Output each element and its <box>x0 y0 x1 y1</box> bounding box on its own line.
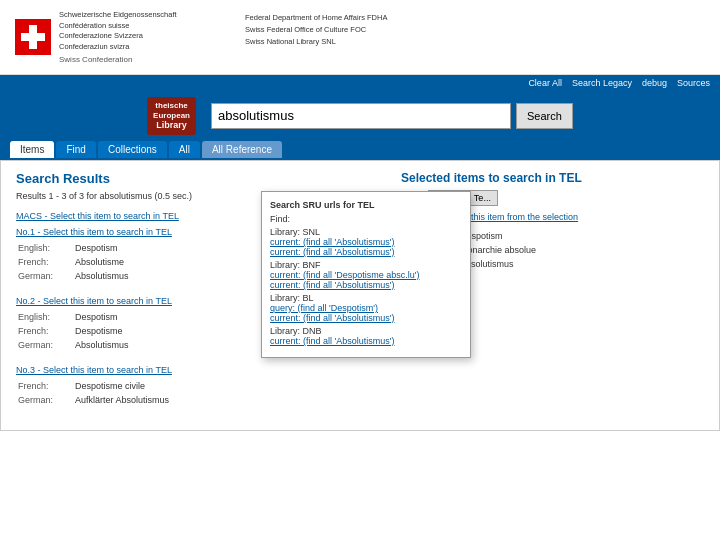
search-results-title: Search Results <box>16 171 386 186</box>
result-item-3: No.3 - Select this item to search in TEL… <box>16 365 386 408</box>
popup-dnb-link1[interactable]: current: (find all 'Absolutismus') <box>270 336 394 346</box>
clear-all-link[interactable]: Clear All <box>528 78 562 88</box>
label-french: French: <box>18 256 73 268</box>
tab-items[interactable]: Items <box>10 141 54 158</box>
value-french: Absolutisme <box>75 256 133 268</box>
label-french: French: <box>18 380 73 392</box>
swiss-cross-icon <box>15 19 51 55</box>
tab-all[interactable]: All <box>169 141 200 158</box>
value-german: Absolutismus <box>75 270 133 282</box>
table-row: English: Despotism <box>18 242 133 254</box>
top-header: Schweizerische Eidgenossenschaft Confédé… <box>0 0 720 75</box>
popup-lib-dnb: Library: DNB current: (find all 'Absolut… <box>270 326 462 346</box>
popup-lib-snl: Library: SNL current: (find all 'Absolut… <box>270 227 462 257</box>
table-row: English: Despotism <box>18 311 133 323</box>
result-3-table: French: Despotisme civile German: Aufklä… <box>16 378 175 408</box>
popup-snl-link1[interactable]: current: (find all 'Absolutismus') <box>270 237 394 247</box>
search-legacy-link[interactable]: Search Legacy <box>572 78 632 88</box>
value-english: Despotism <box>460 230 540 242</box>
tab-all-reference[interactable]: All Reference <box>202 141 282 158</box>
popup-lib-bl: Library: BL query: (find all 'Despotism'… <box>270 293 462 323</box>
result-1-table: English: Despotism French: Absolutisme G… <box>16 240 135 284</box>
popup-bnf-link2[interactable]: current: (find all 'Absolutismus') <box>270 280 394 290</box>
debug-link[interactable]: debug <box>642 78 667 88</box>
tel-nav: Clear All Search Legacy debug Sources <box>0 75 720 91</box>
value-french: Monarchie absolue <box>460 244 540 256</box>
content-wrapper: Search Results Results 1 - 3 of 3 for ab… <box>0 160 720 431</box>
label-german: German: <box>18 394 73 406</box>
table-row: French: Despotisme <box>18 325 133 337</box>
search-bar: theische European Library Search <box>0 91 720 141</box>
popup-title: Search SRU urls for TEL <box>270 200 462 210</box>
value-german: Aufklärter Absolutismus <box>75 394 173 406</box>
sru-popup: Search SRU urls for TEL Find: Library: S… <box>261 191 471 358</box>
confederation-text: Schweizerische Eidgenossenschaft Confédé… <box>59 10 177 52</box>
popup-bl-link2[interactable]: current: (find all 'Absolutismus') <box>270 313 394 323</box>
search-input[interactable] <box>211 103 511 129</box>
gov-info: Federal Department of Home Affairs FDHA … <box>245 10 387 48</box>
label-german: German: <box>18 339 73 351</box>
label-english: English: <box>18 311 73 323</box>
value-german: Absolutismus <box>460 258 540 270</box>
result-3-link[interactable]: No.3 - Select this item to search in TEL <box>16 365 386 375</box>
label-english: English: <box>18 242 73 254</box>
sources-link[interactable]: Sources <box>677 78 710 88</box>
table-row: German: Aufklärter Absolutismus <box>18 394 173 406</box>
main-content: Search Results Results 1 - 3 of 3 for ab… <box>1 161 719 430</box>
popup-lib-bnf: Library: BNF current: (find all 'Despoti… <box>270 260 462 290</box>
label-german: German: <box>18 270 73 282</box>
table-row: French: Despotisme civile <box>18 380 173 392</box>
result-2-table: English: Despotism French: Despotisme Ge… <box>16 309 135 353</box>
sub-nav: Items Find Collections All All Reference <box>0 141 720 160</box>
value-french: Despotisme civile <box>75 380 173 392</box>
selected-items-title: Selected items to search in TEL <box>401 171 704 185</box>
swiss-confederation-label: Swiss Confederation <box>59 55 177 64</box>
table-row: French: Absolutisme <box>18 256 133 268</box>
tab-find[interactable]: Find <box>56 141 95 158</box>
value-english: Despotism <box>75 242 133 254</box>
value-german: Absolutismus <box>75 339 133 351</box>
popup-bl-link1[interactable]: query: (find all 'Despotism') <box>270 303 378 313</box>
tel-logo: theische European Library <box>147 97 196 135</box>
popup-find-label: Find: <box>270 214 462 224</box>
value-english: Despotism <box>75 311 133 323</box>
table-row: German: Absolutismus <box>18 270 133 282</box>
search-button[interactable]: Search <box>516 103 573 129</box>
popup-snl-link2[interactable]: current: (find all 'Absolutismus') <box>270 247 394 257</box>
table-row: German: Absolutismus <box>18 339 133 351</box>
logo-area: Schweizerische Eidgenossenschaft Confédé… <box>15 10 245 64</box>
tab-collections[interactable]: Collections <box>98 141 167 158</box>
value-french: Despotisme <box>75 325 133 337</box>
label-french: French: <box>18 325 73 337</box>
popup-bnf-link1[interactable]: current: (find all 'Despotisme absc.lu') <box>270 270 420 280</box>
